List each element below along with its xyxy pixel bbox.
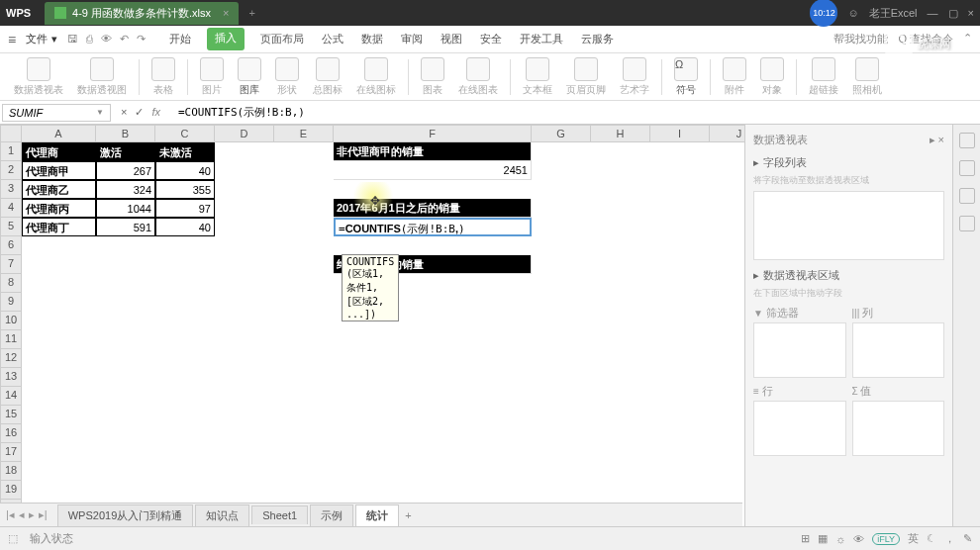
sheet-nav-prev-icon[interactable]: ◂ <box>19 508 25 521</box>
tab-devtools[interactable]: 开发工具 <box>518 28 565 50</box>
tool-online-icons[interactable]: 在线图标 <box>350 57 402 97</box>
cell[interactable]: 2017年6月1日之后的销量 <box>334 199 532 218</box>
cell[interactable]: 40 <box>155 218 215 236</box>
view-icon-2[interactable]: ▦ <box>818 532 828 545</box>
sheet-tab-1[interactable]: 知识点 <box>195 504 249 526</box>
cell[interactable]: 40 <box>155 161 215 180</box>
tool-header-footer[interactable]: 页眉页脚 <box>560 57 612 97</box>
column-header[interactable]: I <box>650 125 710 142</box>
tool-textbox[interactable]: 文本框 <box>517 57 558 97</box>
row-dropzone[interactable] <box>753 401 846 456</box>
row-header[interactable]: 13 <box>0 368 22 387</box>
qat-undo-icon[interactable]: ↶ <box>120 33 129 46</box>
settings-icon[interactable]: ✎ <box>963 532 972 545</box>
column-dropzone[interactable] <box>852 322 945 378</box>
row-header[interactable]: 19 <box>0 481 22 500</box>
formula-input[interactable]: =COUNTIFS(示例!B:B,) <box>174 103 980 122</box>
row-header[interactable]: 11 <box>0 330 22 349</box>
row-header[interactable]: 9 <box>0 293 22 312</box>
row-header[interactable]: 16 <box>0 424 22 443</box>
row-header[interactable]: 2 <box>0 161 22 180</box>
row-header[interactable]: 8 <box>0 274 22 293</box>
row-header[interactable]: 6 <box>0 236 22 255</box>
cell[interactable]: 591 <box>96 218 155 236</box>
file-menu[interactable]: 文件 ▾ <box>20 30 63 48</box>
cell[interactable]: 324 <box>96 180 155 199</box>
row-header[interactable]: 3 <box>0 180 22 199</box>
user-label[interactable]: 老王Excel <box>869 6 918 21</box>
sheet-nav-next-icon[interactable]: ▸ <box>29 508 35 521</box>
cell[interactable]: 1044 <box>96 199 155 218</box>
add-sheet-button[interactable]: + <box>405 509 411 521</box>
moon-icon[interactable]: ☾ <box>927 532 936 545</box>
row-header[interactable]: 15 <box>0 406 22 424</box>
tool-picture[interactable]: 图片 <box>194 57 230 97</box>
sheet-tab-3[interactable]: 示例 <box>310 504 353 526</box>
area-header[interactable]: ▸ 数据透视表区域 <box>753 268 944 283</box>
tool-shapes[interactable]: 形状 <box>269 57 305 97</box>
row-header[interactable]: 17 <box>0 443 22 462</box>
filter-dropzone[interactable] <box>753 322 846 378</box>
qat-print-icon[interactable]: ⎙ <box>86 33 93 46</box>
tool-pivot-chart[interactable]: 数据透视图 <box>71 57 133 97</box>
qat-preview-icon[interactable]: 👁 <box>101 33 112 46</box>
help-find[interactable]: 帮我找功能 <box>833 32 888 46</box>
cell[interactable]: 97 <box>155 199 215 218</box>
column-header[interactable]: J <box>710 125 744 142</box>
punct-icon[interactable]: ， <box>944 531 955 546</box>
chevron-down-icon[interactable]: ▼ <box>96 108 104 117</box>
cell[interactable]: 未激活 <box>155 142 215 161</box>
row-header[interactable]: 14 <box>0 387 22 406</box>
sheet-tab-0[interactable]: WPS2019从入门到精通 <box>57 504 194 526</box>
close-tab-icon[interactable]: × <box>223 7 229 19</box>
row-header[interactable]: 1 <box>0 142 22 161</box>
cell[interactable]: =COUNTIFS(示例!B:B,) <box>334 218 532 236</box>
row-header[interactable]: 10 <box>0 312 22 330</box>
column-header[interactable]: D <box>215 125 274 142</box>
side-icon-1[interactable] <box>959 133 975 148</box>
column-header[interactable]: G <box>532 125 591 142</box>
tab-cloud[interactable]: 云服务 <box>579 28 616 50</box>
fx-icon[interactable]: fx <box>151 106 160 119</box>
tab-formula[interactable]: 公式 <box>320 28 345 50</box>
tool-icons[interactable]: 总图标 <box>307 57 348 97</box>
tool-symbol[interactable]: Ω符号 <box>668 57 704 97</box>
accept-formula-icon[interactable]: ✓ <box>135 106 144 119</box>
side-icon-4[interactable] <box>959 216 975 231</box>
spreadsheet-grid[interactable]: ABCDEFGHIJK 1234567891011121314151617181… <box>0 125 744 550</box>
tab-view[interactable]: 视图 <box>439 28 464 50</box>
sheet-nav-first-icon[interactable]: |◂ <box>6 508 15 521</box>
tab-security[interactable]: 安全 <box>478 28 504 50</box>
ifly-badge[interactable]: iFLY <box>872 533 900 545</box>
view-icon-3[interactable]: ☼ <box>835 533 845 545</box>
column-header[interactable]: C <box>155 125 215 142</box>
cell[interactable]: 267 <box>96 161 155 180</box>
column-header[interactable]: F <box>334 125 532 142</box>
sheet-tab-4[interactable]: 统计 <box>355 504 399 526</box>
tab-page-layout[interactable]: 页面布局 <box>258 28 306 50</box>
cell[interactable]: 非代理商甲的销量 <box>334 142 532 161</box>
maximize-icon[interactable]: ▢ <box>948 7 958 20</box>
row-header[interactable]: 12 <box>0 349 22 368</box>
row-header[interactable]: 5 <box>0 218 22 236</box>
qat-redo-icon[interactable]: ↷ <box>137 33 146 46</box>
collapse-ribbon-icon[interactable]: ⌃ <box>963 32 972 46</box>
cell[interactable]: 代理商乙 <box>22 180 96 199</box>
ime-lang[interactable]: 英 <box>908 531 919 546</box>
tab-data[interactable]: 数据 <box>359 28 385 50</box>
side-icon-3[interactable] <box>959 188 975 204</box>
row-header[interactable]: 7 <box>0 255 22 274</box>
add-tab-button[interactable]: + <box>248 7 254 19</box>
select-all-corner[interactable] <box>0 125 22 142</box>
tool-wordart[interactable]: 艺术字 <box>614 57 655 97</box>
column-header[interactable]: B <box>96 125 155 142</box>
cell[interactable]: 2451 <box>334 161 532 180</box>
field-list-box[interactable] <box>753 191 944 260</box>
cell[interactable]: 代理商丁 <box>22 218 96 236</box>
minimize-icon[interactable]: — <box>928 7 938 20</box>
search-commands[interactable]: Q 查找命令 <box>898 32 953 46</box>
tool-object[interactable]: 对象 <box>754 57 790 97</box>
cell[interactable]: 代理商甲 <box>22 161 96 180</box>
view-icon-1[interactable]: ⊞ <box>801 532 810 545</box>
value-dropzone[interactable] <box>852 401 945 456</box>
